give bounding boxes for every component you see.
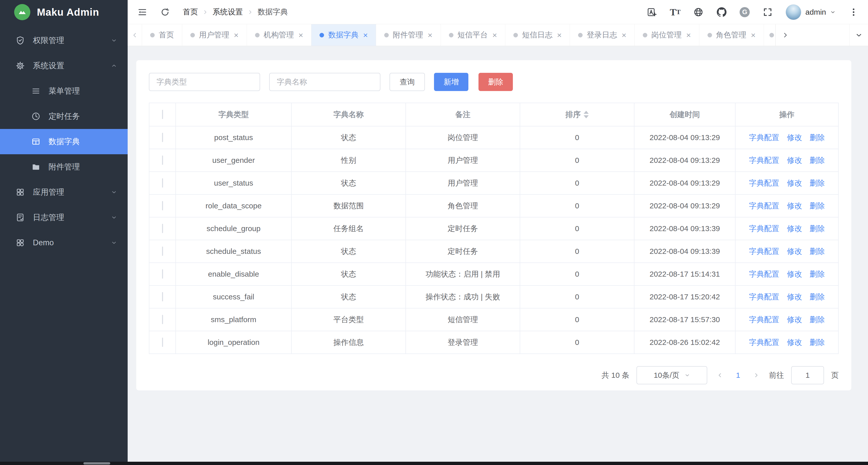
sidebar-item-menu-management[interactable]: 菜单管理 — [0, 79, 128, 104]
row-checkbox[interactable] — [162, 315, 163, 324]
close-icon[interactable]: × — [622, 31, 626, 39]
tabs-scroll-left-button[interactable] — [128, 24, 142, 46]
row-checkbox[interactable] — [162, 247, 163, 256]
sidebar-item-permission-management[interactable]: 权限管理 — [0, 28, 128, 53]
scrollbar-thumb[interactable] — [84, 462, 110, 464]
tab-data-dictionary[interactable]: 数据字典× — [311, 24, 376, 46]
delete-link[interactable]: 删除 — [810, 269, 825, 279]
delete-link[interactable]: 删除 — [810, 155, 825, 166]
tab-home[interactable]: 首页 — [142, 24, 182, 46]
row-checkbox[interactable] — [162, 224, 163, 233]
prev-page-button[interactable] — [714, 368, 725, 383]
row-checkbox[interactable] — [162, 292, 163, 301]
dict-config-link[interactable]: 字典配置 — [749, 155, 779, 166]
tab-post-management[interactable]: 岗位管理× — [635, 24, 700, 46]
translate-icon[interactable] — [647, 7, 657, 18]
next-page-button[interactable] — [751, 368, 762, 383]
close-icon[interactable]: × — [363, 31, 368, 39]
tab-partial[interactable] — [764, 24, 775, 46]
edit-link[interactable]: 修改 — [787, 292, 802, 302]
edit-link[interactable]: 修改 — [787, 178, 802, 188]
tab-login-log[interactable]: 登录日志× — [570, 24, 635, 46]
delete-link[interactable]: 删除 — [810, 292, 825, 302]
breadcrumb-home[interactable]: 首页 — [183, 7, 198, 17]
dict-config-link[interactable]: 字典配置 — [749, 315, 779, 325]
dict-config-link[interactable]: 字典配置 — [749, 337, 779, 348]
close-icon[interactable]: × — [299, 31, 303, 39]
github-icon[interactable] — [716, 7, 727, 18]
dict-config-link[interactable]: 字典配置 — [749, 292, 779, 302]
tab-user-management[interactable]: 用户管理× — [182, 24, 247, 46]
row-checkbox[interactable] — [162, 156, 163, 165]
delete-link[interactable]: 删除 — [810, 223, 825, 234]
tabs-dropdown-button[interactable] — [849, 24, 868, 46]
gitee-icon[interactable]: G — [740, 7, 750, 17]
kebab-menu-icon[interactable] — [848, 7, 859, 18]
row-checkbox[interactable] — [162, 133, 163, 142]
menu-fold-icon[interactable] — [137, 7, 148, 18]
sidebar-item-scheduled-tasks[interactable]: 定时任务 — [0, 104, 128, 129]
close-icon[interactable]: × — [234, 31, 239, 39]
close-icon[interactable]: × — [751, 31, 756, 39]
close-icon[interactable]: × — [492, 31, 497, 39]
breadcrumb-system-settings[interactable]: 系统设置 — [213, 7, 243, 17]
goto-page-input[interactable] — [791, 366, 824, 384]
dict-config-link[interactable]: 字典配置 — [749, 223, 779, 234]
sidebar-item-log-management[interactable]: 日志管理 — [0, 205, 128, 230]
tab-attachment-management[interactable]: 附件管理× — [376, 24, 441, 46]
globe-icon[interactable] — [693, 7, 704, 18]
delete-link[interactable]: 删除 — [810, 132, 825, 143]
close-icon[interactable]: × — [557, 31, 562, 39]
app-logo[interactable]: Maku Admin — [0, 0, 128, 24]
edit-link[interactable]: 修改 — [787, 223, 802, 234]
row-checkbox[interactable] — [162, 201, 163, 210]
sidebar-item-app-management[interactable]: 应用管理 — [0, 180, 128, 205]
fullscreen-icon[interactable] — [762, 7, 773, 18]
row-checkbox[interactable] — [162, 178, 163, 188]
delete-link[interactable]: 删除 — [810, 337, 825, 348]
sidebar-item-attachment-management[interactable]: 附件管理 — [0, 154, 128, 180]
edit-link[interactable]: 修改 — [787, 315, 802, 325]
row-checkbox[interactable] — [162, 338, 163, 347]
font-size-icon[interactable]: TT — [670, 7, 680, 18]
delete-link[interactable]: 删除 — [810, 201, 825, 211]
tabs-scroll-right-button[interactable] — [775, 24, 795, 46]
dict-name-input[interactable] — [269, 73, 380, 91]
close-icon[interactable]: × — [686, 31, 691, 39]
delete-link[interactable]: 删除 — [810, 178, 825, 188]
add-button[interactable]: 新增 — [434, 73, 468, 91]
dict-type-input[interactable] — [149, 73, 260, 91]
cell-sort: 0 — [520, 240, 634, 263]
edit-link[interactable]: 修改 — [787, 337, 802, 348]
tab-role-management[interactable]: 角色管理× — [700, 24, 764, 46]
dict-config-link[interactable]: 字典配置 — [749, 246, 779, 257]
sort-caret-icon[interactable] — [584, 111, 589, 118]
sidebar-item-system-settings[interactable]: 系统设置 — [0, 53, 128, 79]
edit-link[interactable]: 修改 — [787, 155, 802, 166]
search-button[interactable]: 查询 — [390, 73, 425, 91]
edit-link[interactable]: 修改 — [787, 246, 802, 257]
horizontal-scrollbar[interactable] — [0, 462, 868, 465]
page-number-current[interactable]: 1 — [733, 371, 744, 379]
dict-config-link[interactable]: 字典配置 — [749, 201, 779, 211]
edit-link[interactable]: 修改 — [787, 201, 802, 211]
user-menu[interactable]: admin — [785, 4, 836, 20]
sidebar-item-demo[interactable]: Demo — [0, 230, 128, 255]
tab-sms-platform[interactable]: 短信平台× — [441, 24, 505, 46]
page-size-select[interactable]: 10条/页 — [637, 366, 707, 384]
select-all-checkbox[interactable] — [162, 110, 163, 119]
edit-link[interactable]: 修改 — [787, 132, 802, 143]
delete-button[interactable]: 删除 — [478, 73, 513, 91]
delete-link[interactable]: 删除 — [810, 246, 825, 257]
delete-link[interactable]: 删除 — [810, 315, 825, 325]
refresh-icon[interactable] — [159, 7, 170, 18]
row-checkbox[interactable] — [162, 269, 163, 279]
edit-link[interactable]: 修改 — [787, 269, 802, 279]
dict-config-link[interactable]: 字典配置 — [749, 269, 779, 279]
tab-org-management[interactable]: 机构管理× — [247, 24, 312, 46]
dict-config-link[interactable]: 字典配置 — [749, 178, 779, 188]
tab-sms-log[interactable]: 短信日志× — [505, 24, 570, 46]
close-icon[interactable]: × — [428, 31, 432, 39]
sidebar-item-data-dictionary[interactable]: 数据字典 — [0, 129, 128, 154]
dict-config-link[interactable]: 字典配置 — [749, 132, 779, 143]
